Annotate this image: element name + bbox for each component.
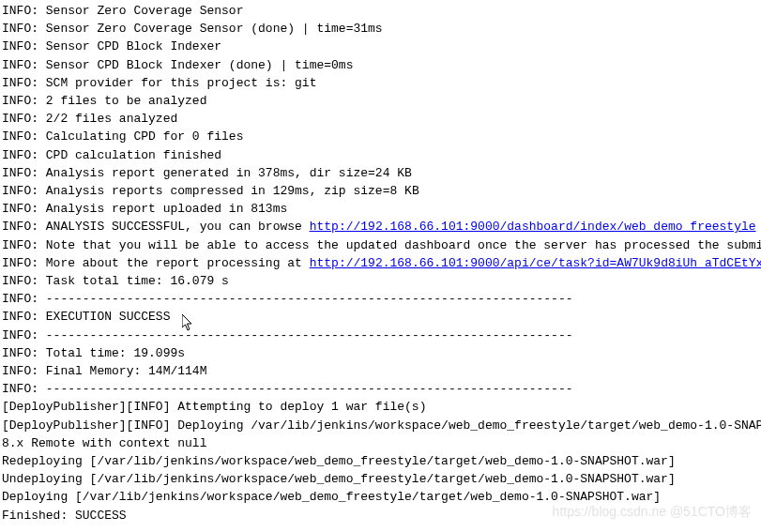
log-level: INFO: (2, 202, 38, 216)
log-text: 2 files to be analyzed (38, 94, 206, 108)
log-text: Finished: SUCCESS (2, 509, 127, 523)
log-line: INFO: Task total time: 16.079 s (2, 272, 759, 290)
watermark: https://blog.csdn.ne @51CTO博客 (553, 503, 752, 521)
log-text: Note that you will be able to access the… (38, 238, 761, 252)
log-level: INFO: (2, 94, 38, 108)
log-text: Sensor Zero Coverage Sensor (done) | tim… (38, 22, 383, 36)
log-level: INFO: (2, 22, 38, 36)
log-line: INFO: EXECUTION SUCCESS (2, 308, 759, 326)
log-url-link[interactable]: http://192.168.66.101:9000/dashboard/ind… (310, 220, 756, 234)
log-line: INFO: Analysis reports compressed in 129… (2, 182, 759, 200)
log-text: Task total time: 16.079 s (38, 274, 229, 288)
log-text: 2/2 files analyzed (38, 112, 177, 126)
log-text: Analysis report uploaded in 813ms (38, 202, 287, 216)
log-text: ----------------------------------------… (38, 328, 573, 342)
log-line: Undeploying [/var/lib/jenkins/workspace/… (2, 470, 759, 488)
watermark-right: @51CTO博客 (670, 504, 752, 519)
log-level: INFO: (2, 166, 38, 180)
log-text: More about the report processing at (38, 256, 310, 270)
log-level: INFO: (2, 238, 38, 252)
log-line: INFO: Calculating CPD for 0 files (2, 128, 759, 145)
log-text: SCM provider for this project is: git (38, 76, 316, 90)
log-level: INFO: (2, 4, 38, 18)
log-level: INFO: (2, 256, 38, 270)
log-text: ----------------------------------------… (38, 382, 573, 396)
log-level: INFO: (2, 274, 38, 288)
console-output: INFO: Sensor Zero Coverage SensorINFO: S… (2, 2, 759, 524)
log-line: INFO: Sensor Zero Coverage Sensor (2, 2, 759, 20)
log-text: Undeploying [/var/lib/jenkins/workspace/… (2, 472, 676, 486)
log-line: INFO: CPD calculation finished (2, 146, 759, 164)
log-url-link[interactable]: http://192.168.66.101:9000/api/ce/task?i… (310, 256, 761, 270)
log-level: INFO: (2, 76, 38, 90)
log-line: INFO: 2/2 files analyzed (2, 110, 759, 128)
log-line: [DeployPublisher][INFO] Deploying /var/l… (2, 417, 759, 434)
log-text: Total time: 19.099s (38, 346, 185, 360)
log-level: INFO: (2, 310, 38, 324)
log-line: INFO: Sensor Zero Coverage Sensor (done)… (2, 20, 759, 38)
log-text: 8.x Remote with context null (2, 436, 206, 450)
log-level: INFO: (2, 346, 38, 360)
log-level: INFO: (2, 112, 38, 126)
log-line: INFO: Analysis report uploaded in 813ms (2, 200, 759, 218)
log-line: [DeployPublisher][INFO] Attempting to de… (2, 398, 759, 416)
log-text: Analysis report generated in 378ms, dir … (38, 166, 412, 180)
log-line: 8.x Remote with context null (2, 434, 759, 452)
log-text: ANALYSIS SUCCESSFUL, you can browse (38, 220, 310, 234)
log-level: INFO: (2, 292, 38, 306)
log-text: Sensor CPD Block Indexer (done) | time=0… (38, 58, 353, 72)
log-level: INFO: (2, 220, 38, 234)
log-line: INFO: Total time: 19.099s (2, 344, 759, 362)
log-text: EXECUTION SUCCESS (38, 310, 170, 324)
log-level: INFO: (2, 364, 38, 378)
log-text: Sensor Zero Coverage Sensor (38, 4, 243, 18)
log-level: INFO: (2, 129, 38, 144)
log-text: Redeploying [/var/lib/jenkins/workspace/… (2, 454, 676, 468)
log-line: INFO: SCM provider for this project is: … (2, 74, 759, 92)
log-line: INFO: Sensor CPD Block Indexer (2, 38, 759, 55)
log-level: INFO: (2, 184, 38, 198)
log-line: INFO: More about the report processing a… (2, 254, 759, 272)
log-line: INFO: 2 files to be analyzed (2, 92, 759, 110)
log-level: INFO: (2, 382, 38, 396)
log-text: ----------------------------------------… (38, 292, 573, 306)
log-level: INFO: (2, 328, 38, 342)
log-level: INFO: (2, 148, 38, 162)
log-text: Sensor CPD Block Indexer (38, 39, 221, 53)
watermark-left: https://blog.csdn.ne (553, 504, 666, 519)
log-line: INFO: Final Memory: 14M/114M (2, 362, 759, 380)
log-line: INFO: ----------------------------------… (2, 380, 759, 398)
log-level: INFO: (2, 58, 38, 72)
log-text: CPD calculation finished (38, 148, 221, 162)
log-line: INFO: Note that you will be able to acce… (2, 236, 759, 254)
log-text: Calculating CPD for 0 files (38, 129, 243, 144)
log-text: [DeployPublisher][INFO] Attempting to de… (2, 400, 426, 414)
log-line: INFO: Sensor CPD Block Indexer (done) | … (2, 56, 759, 74)
log-line: Redeploying [/var/lib/jenkins/workspace/… (2, 452, 759, 470)
log-line: INFO: Analysis report generated in 378ms… (2, 164, 759, 182)
log-text: [DeployPublisher][INFO] Deploying /var/l… (2, 418, 761, 433)
log-line: INFO: ANALYSIS SUCCESSFUL, you can brows… (2, 218, 759, 236)
log-text: Final Memory: 14M/114M (38, 364, 206, 378)
log-level: INFO: (2, 39, 38, 53)
log-text: Analysis reports compressed in 129ms, zi… (38, 184, 419, 198)
log-line: INFO: ----------------------------------… (2, 327, 759, 344)
log-line: INFO: ----------------------------------… (2, 290, 759, 308)
